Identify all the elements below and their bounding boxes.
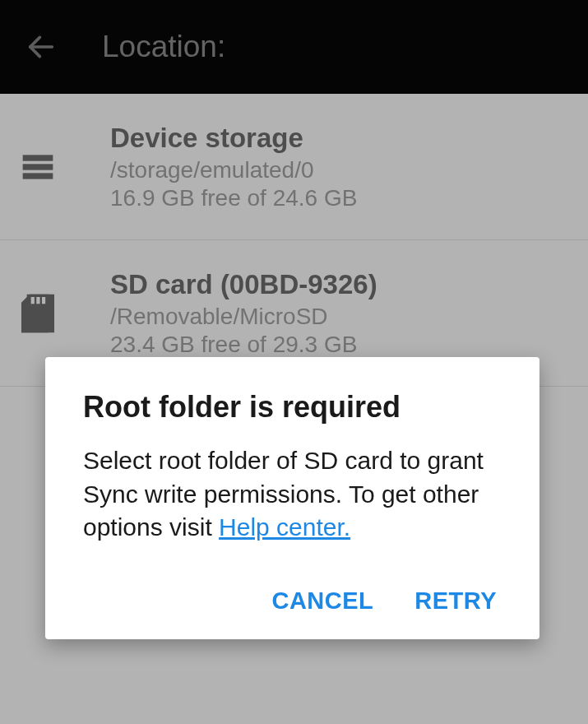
retry-button[interactable]: RETRY (413, 584, 498, 618)
permission-dialog: Root folder is required Select root fold… (45, 357, 539, 639)
help-center-link[interactable]: Help center. (219, 513, 350, 541)
dialog-title: Root folder is required (83, 390, 502, 425)
cancel-button[interactable]: CANCEL (270, 584, 375, 618)
dialog-message: Select root folder of SD card to grant S… (83, 444, 502, 545)
modal-overlay (0, 0, 588, 94)
dialog-actions: CANCEL RETRY (83, 584, 502, 618)
